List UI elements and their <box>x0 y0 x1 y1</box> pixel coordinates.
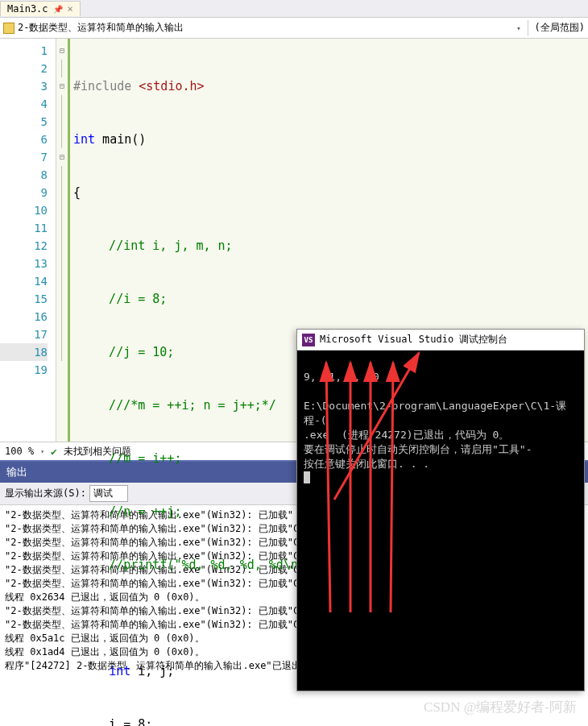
watermark: CSDN @编程爱好者-阿新 <box>424 698 577 716</box>
chevron-down-icon[interactable]: ▾ <box>40 448 44 455</box>
scope-dropdown-right[interactable]: (全局范围) <box>535 21 585 35</box>
console-title-bar[interactable]: VS Microsoft Visual Studio 调试控制台 <box>297 330 584 351</box>
chevron-down-icon[interactable]: ▾ <box>516 24 520 32</box>
line-gutter: 12345678910111213141516171819 <box>0 39 56 442</box>
zoom-level[interactable]: 100 % <box>5 446 34 457</box>
file-tab[interactable]: Main3.c 📌 × <box>0 1 81 16</box>
console-output-line: 9, 11, 8, 10 <box>304 371 379 383</box>
cursor <box>304 471 310 483</box>
vs-icon: VS <box>302 334 315 346</box>
check-icon: ✔ <box>51 446 57 458</box>
tab-filename: Main3.c <box>7 3 48 15</box>
console-output-line: 按任意键关闭此窗口. . . <box>304 458 429 470</box>
scope-right-label: (全局范围) <box>535 21 585 35</box>
console-body[interactable]: 9, 11, 8, 10 E:\Document\2-program\Langu… <box>297 351 584 507</box>
close-icon[interactable]: × <box>68 3 73 15</box>
nav-bar: 2-数据类型、运算符和简单的输入输出 ▾ (全局范围) <box>0 18 588 39</box>
pin-icon[interactable]: 📌 <box>53 5 63 14</box>
console-title-text: Microsoft Visual Studio 调试控制台 <box>320 333 507 346</box>
console-output-line: E:\Document\2-program\LanguageExper\C\1-… <box>304 400 566 426</box>
fold-column[interactable]: ⊟⊟⊟ <box>56 39 68 442</box>
scope-left-label: 2-数据类型、运算符和简单的输入输出 <box>18 21 184 35</box>
nav-separator <box>528 20 528 36</box>
debug-console-window[interactable]: VS Microsoft Visual Studio 调试控制台 9, 11, … <box>296 329 585 691</box>
console-output-line: .exe (进程 24272)已退出，代码为 0。 <box>304 429 509 441</box>
scope-dropdown-left[interactable]: 2-数据类型、运算符和简单的输入输出 <box>3 21 184 35</box>
console-output-line: 要在调试停止时自动关闭控制台，请启用"工具"- <box>304 443 532 455</box>
file-icon <box>3 23 14 34</box>
tab-bar: Main3.c 📌 × <box>0 0 588 18</box>
